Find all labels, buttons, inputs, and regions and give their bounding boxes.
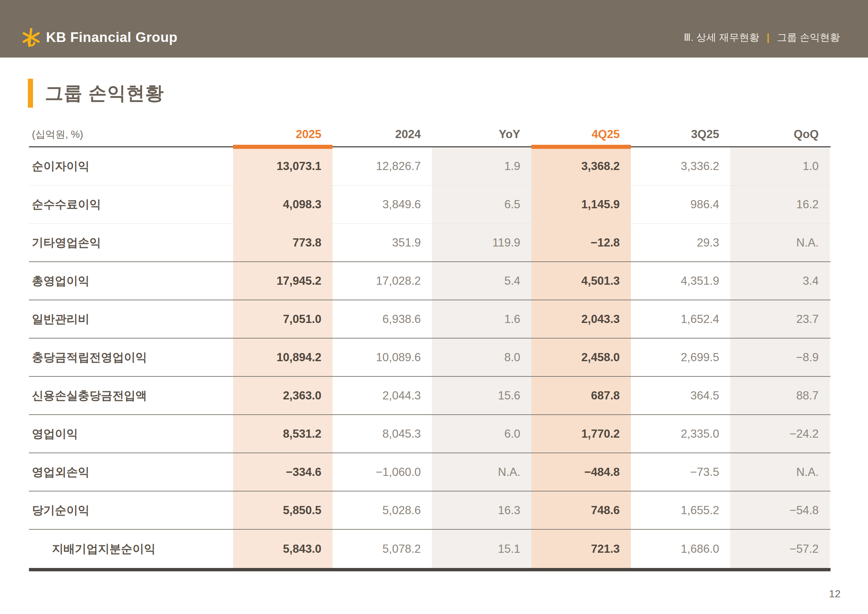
highlight-bar-4q25 <box>532 145 631 149</box>
table-row: 신용손실충당금전입액2,363.02,044.315.6687.8364.588… <box>29 377 831 415</box>
cell-4q25: 721.3 <box>532 530 631 568</box>
cell-2024: 10,089.6 <box>333 338 432 376</box>
cell-2025: 773.8 <box>233 224 333 261</box>
cell-2025: 17,945.2 <box>233 262 333 299</box>
column-header-2025: 2025 <box>233 128 333 141</box>
kb-logo: KB Financial Group <box>22 28 177 47</box>
cell-qoq: −8.9 <box>730 338 830 376</box>
table-body: 순이자이익13,073.112,826.71.93,368.23,336.21.… <box>29 147 831 571</box>
table-row: 충당금적립전영업이익10,894.210,089.68.02,458.02,69… <box>29 338 831 377</box>
column-header-qoq: QoQ <box>730 128 830 141</box>
cell-qoq: N.A. <box>730 224 830 261</box>
cell-2025: 8,531.2 <box>233 415 333 453</box>
cell-3q25: 1,652.4 <box>631 300 730 338</box>
table-row: 총영업이익17,945.217,028.25.44,501.34,351.93.… <box>29 262 831 300</box>
cell-yoy: 15.1 <box>432 530 532 568</box>
logo-text: KB Financial Group <box>46 30 177 45</box>
cell-3q25: 986.4 <box>631 186 730 223</box>
column-header-2024: 2024 <box>333 128 432 141</box>
column-header-4q25: 4Q25 <box>532 128 631 141</box>
cell-qoq: 3.4 <box>730 262 830 299</box>
cell-yoy: 1.6 <box>432 300 532 338</box>
breadcrumb-current: 그룹 손익현황 <box>777 31 840 44</box>
slide: KB Financial Group Ⅲ. 상세 재무현황 | 그룹 손익현황 … <box>0 0 868 614</box>
cell-qoq: −54.8 <box>730 492 830 529</box>
cell-qoq: 16.2 <box>730 186 830 223</box>
cell-4q25: 2,043.3 <box>532 300 631 338</box>
cell-yoy: N.A. <box>432 453 532 491</box>
cell-3q25: 3,336.2 <box>631 147 730 185</box>
cell-yoy: 5.4 <box>432 262 532 299</box>
breadcrumb-section: Ⅲ. 상세 재무현황 <box>684 31 759 44</box>
cell-3q25: −73.5 <box>631 453 730 491</box>
cell-2024: 5,028.6 <box>333 492 432 529</box>
cell-4q25: 4,501.3 <box>532 262 631 299</box>
cell-yoy: 8.0 <box>432 338 532 376</box>
cell-3q25: 29.3 <box>631 224 730 261</box>
row-label: 총영업이익 <box>29 262 233 299</box>
top-bar: KB Financial Group Ⅲ. 상세 재무현황 | 그룹 손익현황 <box>0 0 868 57</box>
header-rule <box>29 146 831 147</box>
cell-qoq: 1.0 <box>730 147 830 185</box>
table-header-row: (십억원, %) 20252024YoY4Q253Q25QoQ <box>29 122 831 146</box>
cell-yoy: 6.0 <box>432 415 532 453</box>
cell-2025: 10,894.2 <box>233 338 333 376</box>
cell-3q25: 1,686.0 <box>631 530 730 568</box>
cell-4q25: 748.6 <box>532 492 631 529</box>
row-label: 순수수료이익 <box>29 186 233 223</box>
cell-2024: 6,938.6 <box>333 300 432 338</box>
row-label: 당기순이익 <box>29 492 233 529</box>
cell-4q25: 3,368.2 <box>532 147 631 185</box>
table-row: 영업외손익−334.6−1,060.0N.A.−484.8−73.5N.A. <box>29 453 831 492</box>
cell-2025: 2,363.0 <box>233 377 333 414</box>
breadcrumb-separator: | <box>767 31 770 43</box>
cell-2024: 8,045.3 <box>333 415 432 453</box>
cell-2025: 5,850.5 <box>233 492 333 529</box>
table-row: 지배기업지분순이익5,843.05,078.215.1721.31,686.0−… <box>29 530 831 568</box>
cell-2024: 5,078.2 <box>333 530 432 568</box>
cell-2024: −1,060.0 <box>333 453 432 491</box>
cell-qoq: N.A. <box>730 453 830 491</box>
cell-2025: 4,098.3 <box>233 186 333 223</box>
row-label: 지배기업지분순이익 <box>29 530 233 568</box>
cell-2024: 2,044.3 <box>333 377 432 414</box>
table-row: 당기순이익5,850.55,028.616.3748.61,655.2−54.8 <box>29 492 831 530</box>
row-label: 순이자이익 <box>29 147 233 185</box>
row-label: 신용손실충당금전입액 <box>29 377 233 414</box>
title-block: 그룹 손익현황 <box>28 79 164 108</box>
row-label: 일반관리비 <box>29 300 233 338</box>
cell-yoy: 1.9 <box>432 147 532 185</box>
cell-4q25: −484.8 <box>532 453 631 491</box>
cell-4q25: 687.8 <box>532 377 631 414</box>
title-accent-bar <box>28 79 33 108</box>
cell-qoq: −24.2 <box>730 415 830 453</box>
column-header-yoy: YoY <box>432 128 532 141</box>
table-row: 영업이익8,531.28,045.36.01,770.22,335.0−24.2 <box>29 415 831 453</box>
cell-qoq: 88.7 <box>730 377 830 414</box>
cell-2024: 3,849.6 <box>333 186 432 223</box>
cell-2025: 5,843.0 <box>233 530 333 568</box>
row-label: 영업이익 <box>29 415 233 453</box>
cell-2024: 17,028.2 <box>333 262 432 299</box>
table-row: 순이자이익13,073.112,826.71.93,368.23,336.21.… <box>29 147 831 186</box>
cell-yoy: 16.3 <box>432 492 532 529</box>
page-title: 그룹 손익현황 <box>45 81 164 106</box>
cell-4q25: 2,458.0 <box>532 338 631 376</box>
page-number: 12 <box>829 588 840 600</box>
cell-4q25: 1,145.9 <box>532 186 631 223</box>
table-row: 순수수료이익4,098.33,849.66.51,145.9986.416.2 <box>29 186 831 224</box>
cell-3q25: 4,351.9 <box>631 262 730 299</box>
cell-4q25: 1,770.2 <box>532 415 631 453</box>
cell-3q25: 1,655.2 <box>631 492 730 529</box>
kb-star-icon <box>22 28 41 47</box>
cell-yoy: 6.5 <box>432 186 532 223</box>
cell-2025: −334.6 <box>233 453 333 491</box>
table-row: 일반관리비7,051.06,938.61.62,043.31,652.423.7 <box>29 300 831 338</box>
row-label: 충당금적립전영업이익 <box>29 338 233 376</box>
cell-3q25: 2,699.5 <box>631 338 730 376</box>
cell-2025: 7,051.0 <box>233 300 333 338</box>
table-row: 기타영업손익773.8351.9119.9−12.829.3N.A. <box>29 224 831 262</box>
cell-3q25: 364.5 <box>631 377 730 414</box>
highlight-bar-2025 <box>233 145 333 149</box>
cell-2024: 351.9 <box>333 224 432 261</box>
